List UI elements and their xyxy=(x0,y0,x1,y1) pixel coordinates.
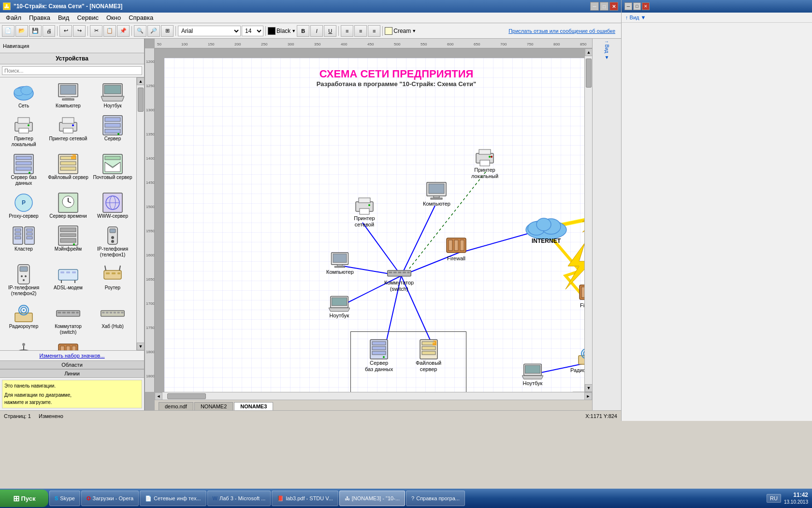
help-link[interactable]: Прислать отзыв или сообщение об ошибке xyxy=(508,28,619,34)
align-center[interactable]: ≡ xyxy=(354,25,367,37)
device-item-printer_local[interactable]: Принтер локальный xyxy=(2,112,45,150)
canvas-scroll-area[interactable]: СХЕМА СЕТИ ПРЕДПРИЯТИЯ Разработана в про… xyxy=(155,48,584,392)
device-item-laptop[interactable]: Ноутбук xyxy=(91,79,134,111)
print-button[interactable]: 🖨 xyxy=(43,25,55,37)
node-switch1[interactable]: Коммутатор(switch) xyxy=(384,266,414,292)
taskbar-word[interactable]: W Лаб 3 - Microsoft ... xyxy=(207,491,271,506)
menu-service[interactable]: Сервис xyxy=(73,13,102,22)
device-item-ip_phone2[interactable]: IP-телефония (телефон2) xyxy=(2,261,45,299)
restore-button[interactable]: □ xyxy=(600,2,609,11)
zoom-out[interactable]: 🔎 xyxy=(147,25,160,37)
change-icons-link[interactable]: Изменить набор значков... xyxy=(0,350,144,360)
device-item-ip_phone1[interactable]: IP-телефония (телефон1) xyxy=(91,223,134,260)
device-item-www_server[interactable]: WWW-сервер xyxy=(91,190,134,222)
device-item-computer[interactable]: Компьютер xyxy=(46,79,90,111)
device-item-radio_router[interactable]: Радиороутер xyxy=(2,300,45,338)
taskbar-skype[interactable]: S Skype xyxy=(49,491,80,506)
device-item-adsl[interactable]: ADSL-модем xyxy=(46,261,90,299)
device-item-db_server[interactable]: Сервер баз данных xyxy=(2,151,45,189)
menu-help[interactable]: Справка xyxy=(125,13,157,22)
device-item-server[interactable]: Сервер xyxy=(91,112,134,150)
canvas-vscroll-thumb[interactable] xyxy=(586,59,592,88)
minimize-button[interactable]: ─ xyxy=(590,2,599,11)
scroll-thumb[interactable] xyxy=(138,88,144,112)
lines-section[interactable]: Линии xyxy=(0,369,144,378)
device-item-net[interactable]: Сеть xyxy=(2,79,45,111)
cut-button[interactable]: ✂ xyxy=(90,25,102,37)
underline-button[interactable]: U xyxy=(324,25,336,37)
device-item-time_server[interactable]: Сервер времени xyxy=(46,190,90,222)
font-color-dropdown-arrow[interactable]: ▼ xyxy=(291,29,296,33)
taskbar-netinfo[interactable]: 📄 Сетевые инф тех... xyxy=(140,491,206,506)
view-button[interactable]: ↑ Вид ▼ xyxy=(604,41,609,60)
canvas-hscroll-thumb[interactable] xyxy=(167,393,206,399)
device-item-cluster[interactable]: Кластер xyxy=(2,223,45,260)
node-computer1[interactable]: Компьютер xyxy=(423,181,450,207)
fit-page[interactable]: ⊞ xyxy=(161,25,174,37)
font-size-select[interactable]: 14 xyxy=(242,26,263,36)
scroll-up-btn[interactable]: ▲ xyxy=(137,77,144,85)
areas-section[interactable]: Области xyxy=(0,360,144,369)
close-button[interactable]: ✕ xyxy=(609,2,618,11)
lang-button[interactable]: RU xyxy=(767,494,781,503)
new-button[interactable]: 📄 xyxy=(2,25,14,37)
zoom-in[interactable]: 🔍 xyxy=(134,25,146,37)
align-left[interactable]: ≡ xyxy=(341,25,353,37)
device-item-file_server[interactable]: Файловый сервер xyxy=(46,151,90,189)
font-select[interactable]: Arial xyxy=(178,26,241,36)
taskbar-help[interactable]: ? Справка програ... xyxy=(406,491,465,506)
device-item-mainframe[interactable]: Мэйнфрейм xyxy=(46,223,90,260)
menu-edit[interactable]: Правка xyxy=(25,13,54,22)
canvas-scroll-up[interactable]: ▲ xyxy=(585,48,592,56)
device-item-firewall[interactable]: Брандмауэр xyxy=(46,339,90,350)
menu-file[interactable]: Файл xyxy=(2,13,25,22)
node-radio-router1[interactable]: Радиороутер xyxy=(570,346,584,373)
device-item-hub[interactable]: Хаб (Hub) xyxy=(91,300,134,338)
node-firewall1[interactable]: Firewall xyxy=(445,236,468,261)
tab-noname3[interactable]: NONAME3 xyxy=(234,402,273,410)
node-printer-net1[interactable]: Принтерсетевой xyxy=(353,196,376,228)
node-laptop1[interactable]: Ноутбук xyxy=(329,295,350,318)
search-input[interactable] xyxy=(2,66,142,75)
node-computer2[interactable]: Компьютер xyxy=(326,252,354,275)
node-internet[interactable]: INTERNET xyxy=(524,213,568,244)
taskbar-netschema[interactable]: 🖧 [NONAME3] - "10-... xyxy=(339,491,405,506)
menu-view[interactable]: Вид xyxy=(54,13,73,22)
node-db-server1[interactable]: Сервербаз данных xyxy=(365,339,393,373)
taskbar-opera[interactable]: O Загрузки - Opera xyxy=(81,491,139,506)
open-button[interactable]: 📂 xyxy=(15,25,28,37)
taskbar-pdf[interactable]: 📕 lab3.pdf - STDU V... xyxy=(272,491,338,506)
save-button[interactable]: 💾 xyxy=(29,25,42,37)
node-firewall3[interactable]: Firewall xyxy=(578,283,584,308)
device-item-printer_net[interactable]: Принтер сетевой xyxy=(46,112,90,150)
node-printer-local1[interactable]: Принтерлокальный xyxy=(471,148,498,179)
secondary-view-btn[interactable]: ↑ Вид ▼ xyxy=(622,13,812,23)
redo-button[interactable]: ↪ xyxy=(73,25,86,37)
menu-window[interactable]: Окно xyxy=(102,13,125,22)
node-file-server1[interactable]: Файловыйсервер xyxy=(416,339,441,373)
device-item-satellite[interactable]: Спутниковая антенна xyxy=(2,339,45,350)
align-right[interactable]: ≡ xyxy=(368,25,380,37)
scroll-down-btn[interactable]: ▼ xyxy=(137,343,144,350)
tab-noname2[interactable]: NONAME2 xyxy=(194,402,233,410)
bold-button[interactable]: B xyxy=(297,25,309,37)
italic-button[interactable]: I xyxy=(310,25,323,37)
device-item-proxy[interactable]: PProxy-сервер xyxy=(2,190,45,222)
node-laptop4[interactable]: Ноутбук xyxy=(570,391,584,392)
canvas-scroll-left[interactable]: ◄ xyxy=(155,392,162,400)
device-item-switch[interactable]: Коммутатор (switch) xyxy=(46,300,90,338)
device-item-mail_server[interactable]: Почтовый сервер xyxy=(91,151,134,189)
secondary-close[interactable]: ✕ xyxy=(642,2,650,10)
device-item-router[interactable]: Роутер xyxy=(91,261,134,299)
canvas-scroll-right[interactable]: ► xyxy=(584,392,592,400)
copy-button[interactable]: 📋 xyxy=(103,25,116,37)
secondary-restore[interactable]: □ xyxy=(633,2,641,10)
undo-button[interactable]: ↩ xyxy=(59,25,72,37)
paste-button[interactable]: 📌 xyxy=(117,25,130,37)
bg-color-dropdown-arrow[interactable]: ▼ xyxy=(412,29,416,33)
start-button[interactable]: ⊞ Пуск xyxy=(0,490,48,507)
secondary-minimize[interactable]: ─ xyxy=(624,2,632,10)
node-laptop2[interactable]: Ноутбук xyxy=(522,363,543,386)
canvas-scroll-down[interactable]: ▼ xyxy=(585,384,592,392)
tab-demo[interactable]: demo.ndf xyxy=(159,402,193,410)
